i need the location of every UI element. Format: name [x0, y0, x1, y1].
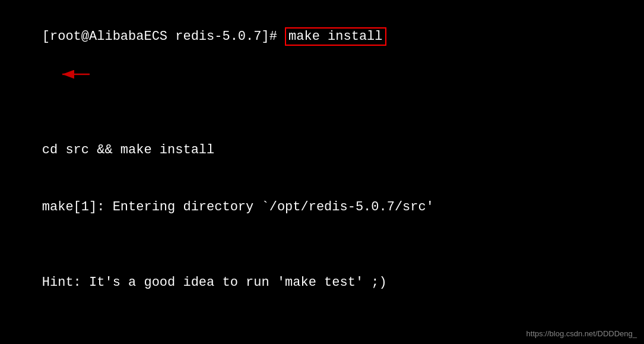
prompt-text: [root@AlibabaECS redis-5.0.7]# [42, 29, 285, 44]
arrow-icon [11, 48, 93, 101]
highlighted-command: make install [285, 27, 386, 46]
terminal: [root@AlibabaECS redis-5.0.7]# make inst… [0, 0, 644, 344]
output-text: make[1]: Entering directory `/opt/redis-… [42, 200, 434, 214]
line-cd-make: cd src && make install [11, 122, 633, 179]
hint-text: Hint: It's a good idea to run 'make test… [42, 275, 387, 290]
watermark: https://blog.csdn.net/DDDDeng_ [526, 329, 637, 338]
blank-line-2 [11, 311, 633, 330]
line-prompt-command: [root@AlibabaECS redis-5.0.7]# make inst… [11, 8, 633, 122]
output-text: cd src && make install [42, 143, 214, 157]
line-entering-dir: make[1]: Entering directory `/opt/redis-… [11, 179, 633, 236]
blank-line-1 [11, 236, 633, 255]
line-hint: Hint: It's a good idea to run 'make test… [11, 255, 633, 312]
arrow-svg [60, 67, 93, 81]
